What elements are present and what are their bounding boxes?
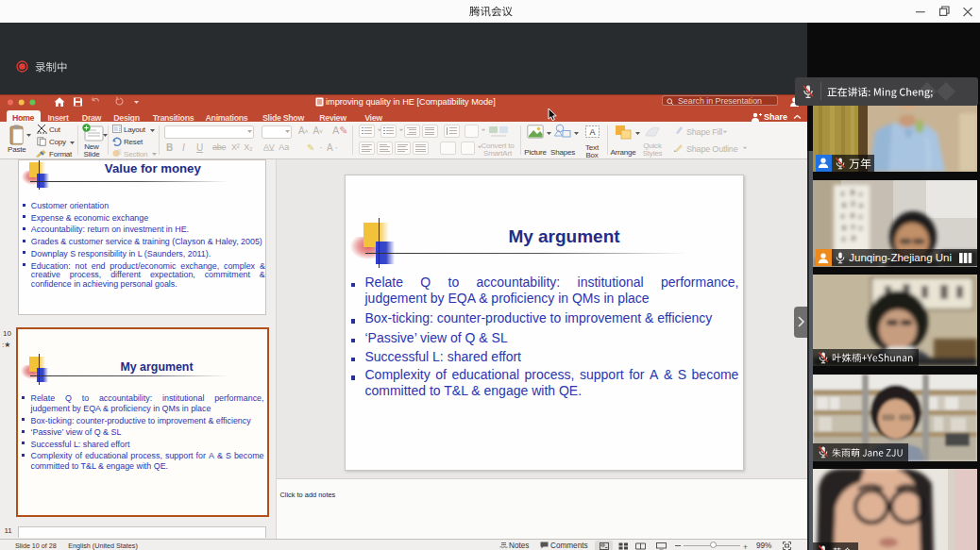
svg-text:A: A xyxy=(589,127,595,137)
